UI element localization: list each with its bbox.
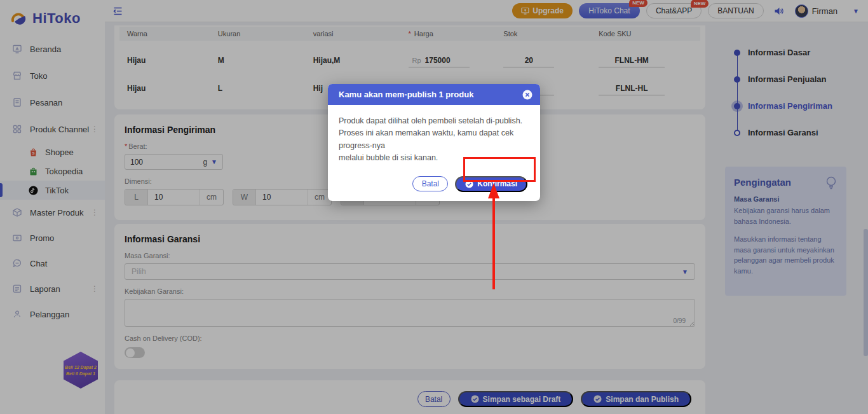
modal-batal-button[interactable]: Batal	[412, 176, 448, 191]
modal-text-line2: Proses ini akan memakan waktu, kamu dapa…	[339, 127, 529, 152]
close-icon[interactable]	[522, 90, 532, 100]
app-screen: HiToko Beranda Toko Pesanan Produk Chann…	[0, 0, 868, 414]
annotation-arrow-shaft	[492, 198, 495, 289]
modal-overlay	[0, 0, 868, 414]
publish-confirm-modal: Kamu akan mem-publish 1 produk Produk da…	[328, 84, 540, 201]
modal-title: Kamu akan mem-publish 1 produk	[339, 90, 473, 99]
modal-text-line1: Produk dapat dilihat oleh pembeli setela…	[339, 115, 529, 127]
modal-header: Kamu akan mem-publish 1 produk	[328, 84, 540, 105]
modal-body: Produk dapat dilihat oleh pembeli setela…	[328, 105, 540, 165]
annotation-arrow-head	[488, 183, 499, 198]
annotation-highlight-rect	[463, 157, 536, 182]
